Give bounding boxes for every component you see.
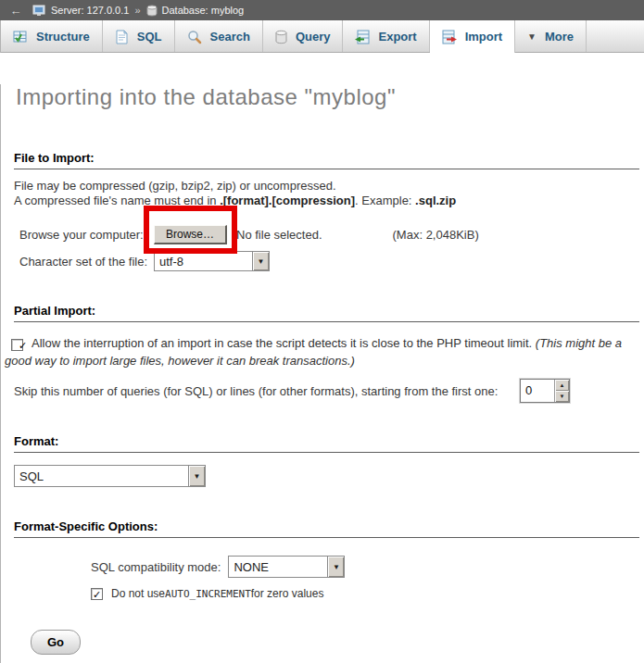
query-icon: [275, 30, 287, 44]
zero-values-row: ✓Do not use AUTO_INCREMENT for zero valu…: [91, 587, 644, 600]
server-icon: [32, 5, 46, 17]
spinner-up-button[interactable]: ▲: [555, 380, 569, 391]
tab-search[interactable]: Search: [175, 20, 263, 53]
search-icon: [187, 30, 202, 44]
sql-icon: [115, 30, 129, 44]
charset-select[interactable]: utf-8 ▼: [154, 251, 270, 271]
auto-increment-code: AUTO_INCREMENT: [165, 588, 251, 600]
skip-queries-label: Skip this number of queries (for SQL) or…: [14, 384, 498, 398]
browse-label: Browse your computer:: [19, 228, 154, 242]
tab-label: Query: [296, 30, 331, 44]
allow-interruption-row: ✓Allow the interruption of an import in …: [5, 334, 637, 369]
phpmyadmin-import-page: ← Server: 127.0.0.1 » Database: myblog: [0, 0, 644, 663]
breadcrumb-server[interactable]: Server: 127.0.0.1: [51, 5, 129, 16]
breadcrumb-database[interactable]: Database: myblog: [162, 5, 245, 16]
tab-sql[interactable]: SQL: [103, 20, 175, 53]
charset-label: Character set of the file:: [19, 255, 154, 269]
tab-label: Search: [210, 30, 250, 44]
sql-compatibility-value: NONE: [229, 557, 327, 577]
go-button[interactable]: Go: [31, 630, 81, 655]
tab-label: More: [545, 30, 574, 44]
charset-select-value: utf-8: [155, 252, 252, 270]
zero-values-checkbox[interactable]: ✓: [91, 588, 103, 600]
max-size-note: (Max: 2,048KiB): [393, 228, 479, 242]
structure-icon: [13, 30, 28, 44]
tab-label: Import: [465, 30, 502, 44]
tab-label: SQL: [137, 30, 162, 44]
skip-queries-row: Skip this number of queries (for SQL) or…: [14, 379, 637, 403]
dropdown-arrow-icon: ▼: [252, 252, 269, 270]
import-icon: [442, 30, 457, 44]
dropdown-arrow-icon: ▼: [188, 466, 205, 486]
breadcrumb-separator: »: [133, 5, 141, 16]
page-title: Importing into the database "myblog": [16, 84, 644, 110]
skip-queries-input[interactable]: 0 ▲ ▼: [520, 379, 570, 403]
format-select[interactable]: SQL ▼: [14, 465, 206, 487]
spinner-buttons: ▲ ▼: [554, 380, 569, 402]
sql-compatibility-label: SQL compatibility mode:: [91, 560, 221, 574]
format-select-value: SQL: [15, 466, 188, 486]
browse-button[interactable]: Browse…: [154, 225, 227, 244]
tab-more[interactable]: ▼ More: [515, 20, 587, 53]
back-arrow-button[interactable]: ←: [4, 4, 28, 18]
compression-help-text: File may be compressed (gzip, bzip2, zip…: [14, 179, 637, 208]
tab-bar-filler: [587, 20, 644, 53]
section-heading-file-to-import: File to Import:: [14, 151, 639, 169]
breadcrumb-bar: ← Server: 127.0.0.1 » Database: myblog: [0, 0, 644, 20]
tab-query[interactable]: Query: [263, 20, 344, 53]
tab-label: Structure: [36, 30, 90, 44]
sql-compatibility-row: SQL compatibility mode: NONE ▼: [91, 556, 644, 578]
skip-queries-value: 0: [521, 380, 554, 402]
tab-structure[interactable]: Structure: [1, 20, 103, 53]
zero-values-label-prefix: Do not use: [111, 587, 165, 600]
sql-compatibility-select[interactable]: NONE ▼: [228, 556, 345, 578]
allow-interruption-label: Allow the interruption of an import in c…: [32, 336, 536, 350]
database-icon: [146, 5, 158, 17]
zero-values-label-suffix: for zero values: [251, 587, 324, 600]
section-heading-format-options: Format-Specific Options:: [14, 519, 639, 538]
tab-label: Export: [378, 30, 416, 44]
chevron-down-icon: ▼: [527, 31, 537, 42]
charset-row: Character set of the file: utf-8 ▼: [19, 251, 644, 271]
no-file-selected-text: No file selected.: [236, 228, 322, 242]
dropdown-arrow-icon: ▼: [327, 557, 344, 577]
allow-interruption-checkbox[interactable]: ✓: [11, 339, 23, 351]
section-heading-partial-import: Partial Import:: [14, 304, 639, 322]
browse-row: Browse your computer: Browse… No file se…: [19, 224, 644, 244]
tab-import[interactable]: Import: [430, 20, 515, 53]
tab-export[interactable]: Export: [343, 20, 429, 53]
tab-bar: Structure SQL Search: [0, 20, 644, 53]
import-panel: Importing into the database "myblog" Fil…: [0, 84, 644, 663]
spinner-down-button[interactable]: ▼: [555, 391, 569, 402]
export-icon: [355, 30, 370, 44]
section-heading-format: Format:: [14, 434, 639, 453]
